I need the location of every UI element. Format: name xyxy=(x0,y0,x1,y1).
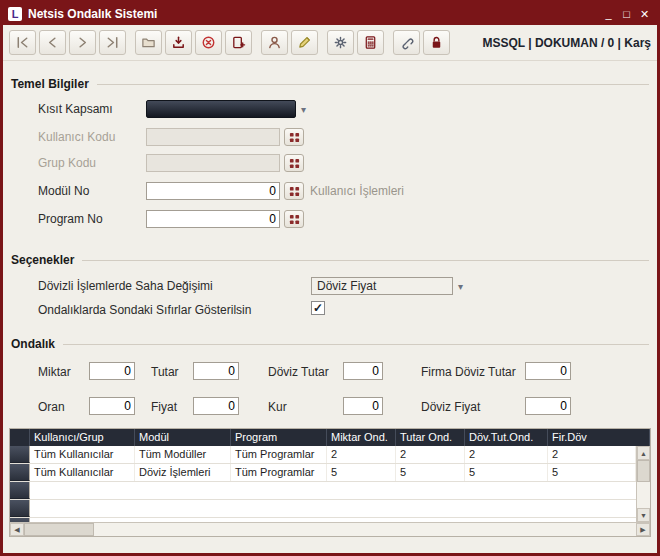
cell-dov-tut-ond[interactable]: 2 xyxy=(465,446,548,463)
grid-rows: Tüm Kullanıcılar Tüm Modüller Tüm Progra… xyxy=(10,446,636,522)
lookup-grid-icon xyxy=(289,132,300,143)
kisit-kapsami-label: Kısıt Kapsamı xyxy=(38,102,113,116)
chevron-down-icon[interactable]: ▾ xyxy=(458,281,463,292)
cancel-button[interactable] xyxy=(195,30,222,55)
cell-kullanici-grup[interactable]: Tüm Kullanıcılar xyxy=(30,464,135,481)
edit-button[interactable] xyxy=(291,30,318,55)
section-title: Ondalık xyxy=(11,337,55,351)
link-icon xyxy=(399,35,414,50)
user-button[interactable] xyxy=(261,30,288,55)
cell-tutar-ond[interactable]: 2 xyxy=(396,446,465,463)
horizontal-scroll-track[interactable] xyxy=(94,523,636,536)
window-title: Netsis Ondalık Sistemi xyxy=(28,7,157,21)
scroll-down-button[interactable]: ▼ xyxy=(637,508,650,522)
app-logo-icon: L xyxy=(8,7,22,21)
firma-doviz-tutar-input[interactable] xyxy=(525,362,571,380)
new-record-icon xyxy=(231,35,246,50)
modul-no-input[interactable] xyxy=(146,182,280,200)
cell-modul[interactable]: Döviz İşlemleri xyxy=(135,464,231,481)
row-selector[interactable] xyxy=(10,446,30,463)
app-window: L Netsis Ondalık Sistemi _ □ ✕ MSSQL | D… xyxy=(0,0,660,556)
cell-miktar-ond[interactable]: 2 xyxy=(327,446,396,463)
modul-no-hint: Kullanıcı İşlemleri xyxy=(310,184,404,198)
user-icon xyxy=(267,35,282,50)
horizontal-scroll-thumb[interactable] xyxy=(24,523,94,536)
cell-modul[interactable]: Tüm Modüller xyxy=(135,446,231,463)
minimize-button[interactable]: _ xyxy=(601,7,616,22)
doviz-fiyat-input[interactable] xyxy=(525,397,571,415)
row-selector[interactable] xyxy=(10,482,30,499)
section-temel-bilgiler: Temel Bilgiler xyxy=(11,77,649,91)
tutar-input[interactable] xyxy=(193,362,239,380)
next-record-button[interactable] xyxy=(69,30,96,55)
fiyat-input[interactable] xyxy=(193,397,239,415)
edit-pencil-icon xyxy=(297,35,312,50)
row-selector[interactable] xyxy=(10,500,30,517)
grid-corner-cell xyxy=(10,429,30,446)
column-header: Döv.Tut.Ond. xyxy=(465,429,548,446)
oran-label: Oran xyxy=(38,400,65,414)
vertical-scroll-thumb[interactable] xyxy=(637,460,650,482)
settings-button[interactable] xyxy=(327,30,354,55)
save-button[interactable] xyxy=(165,30,192,55)
kisit-kapsami-select[interactable] xyxy=(146,100,296,118)
saha-degisimi-select[interactable]: Döviz Fiyat xyxy=(311,277,453,295)
section-rule xyxy=(63,344,649,345)
cell-program[interactable]: Tüm Programlar xyxy=(231,464,327,481)
lookup-grid-icon xyxy=(289,186,300,197)
calculator-button[interactable] xyxy=(357,30,384,55)
close-button[interactable]: ✕ xyxy=(637,7,652,22)
horizontal-scrollbar[interactable]: ◀ ▶ xyxy=(10,522,650,536)
cell-fir-dov[interactable]: 2 xyxy=(548,446,636,463)
grup-kodu-input[interactable] xyxy=(146,154,280,172)
table-row[interactable]: Tüm Kullanıcılar Döviz İşlemleri Tüm Pro… xyxy=(10,464,636,482)
doviz-fiyat-label: Döviz Fiyat xyxy=(421,400,480,414)
lock-icon xyxy=(429,35,444,50)
scroll-right-button[interactable]: ▶ xyxy=(636,523,650,536)
previous-record-button[interactable] xyxy=(39,30,66,55)
open-folder-button[interactable] xyxy=(135,30,162,55)
program-no-input[interactable] xyxy=(146,210,280,228)
scroll-left-button[interactable]: ◀ xyxy=(10,523,24,536)
sifirlar-label: Ondalıklarda Sondaki Sıfırlar Gösterilsi… xyxy=(38,303,251,317)
miktar-input[interactable] xyxy=(89,362,135,380)
first-record-button[interactable] xyxy=(9,30,36,55)
table-row[interactable]: Tüm Kullanıcılar Tüm Modüller Tüm Progra… xyxy=(10,446,636,464)
maximize-button[interactable]: □ xyxy=(619,7,634,22)
kur-input[interactable] xyxy=(343,397,383,415)
title-bar: L Netsis Ondalık Sistemi _ □ ✕ xyxy=(3,3,657,25)
row-selector[interactable] xyxy=(10,464,30,481)
firma-doviz-tutar-label: Firma Döviz Tutar xyxy=(421,365,516,379)
cell-program[interactable]: Tüm Programlar xyxy=(231,446,327,463)
kullanici-kodu-browse-button[interactable] xyxy=(284,128,304,146)
grup-kodu-label: Grup Kodu xyxy=(38,156,96,170)
vertical-scrollbar[interactable]: ▲ ▼ xyxy=(636,446,650,522)
lock-button[interactable] xyxy=(423,30,450,55)
oran-input[interactable] xyxy=(89,397,135,415)
chevron-down-icon[interactable]: ▾ xyxy=(301,104,306,115)
sifirlar-checkbox[interactable]: ✓ xyxy=(311,301,325,315)
cell-tutar-ond[interactable]: 5 xyxy=(396,464,465,481)
tutar-label: Tutar xyxy=(151,365,179,379)
link-button[interactable] xyxy=(393,30,420,55)
doviz-tutar-input[interactable] xyxy=(343,362,383,380)
cell-miktar-ond[interactable]: 5 xyxy=(327,464,396,481)
new-record-button[interactable] xyxy=(225,30,252,55)
cell-kullanici-grup[interactable]: Tüm Kullanıcılar xyxy=(30,446,135,463)
grup-kodu-browse-button[interactable] xyxy=(284,154,304,172)
last-record-button[interactable] xyxy=(99,30,126,55)
kullanici-kodu-input[interactable] xyxy=(146,128,280,146)
cell-dov-tut-ond[interactable]: 5 xyxy=(465,464,548,481)
section-rule xyxy=(97,84,649,85)
modul-no-browse-button[interactable] xyxy=(284,182,304,200)
vertical-scroll-track[interactable] xyxy=(637,482,650,508)
cancel-icon xyxy=(201,35,216,50)
program-no-browse-button[interactable] xyxy=(284,210,304,228)
settings-gear-icon xyxy=(333,35,348,50)
column-header: Tutar Ond. xyxy=(396,429,465,446)
toolbar: MSSQL | DOKUMAN / 0 | Karş xyxy=(3,25,657,61)
previous-record-icon xyxy=(45,35,60,50)
scroll-up-button[interactable]: ▲ xyxy=(637,446,650,460)
cell-fir-dov[interactable]: 5 xyxy=(548,464,636,481)
lookup-grid-icon xyxy=(289,214,300,225)
